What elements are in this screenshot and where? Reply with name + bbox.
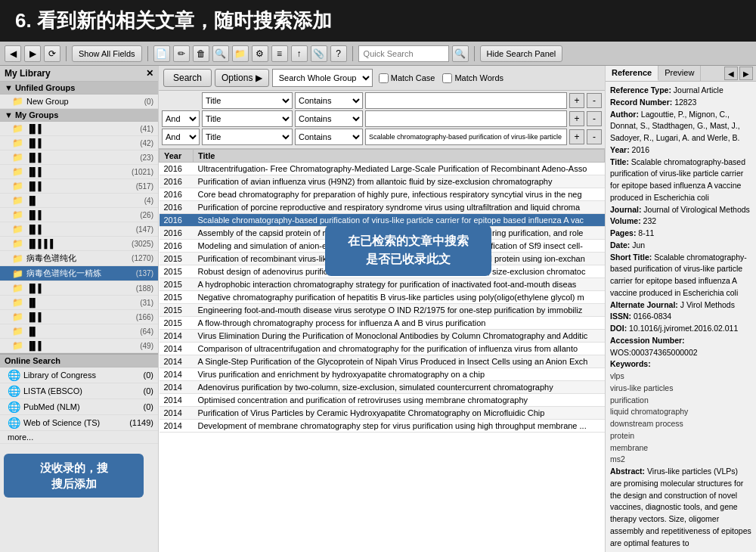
table-row[interactable]: 2016Core bead chromatography for prepara… bbox=[160, 188, 605, 201]
table-row[interactable]: 2014Development of membrane chromatograp… bbox=[160, 420, 605, 433]
keyword-item: ms2 bbox=[610, 454, 751, 466]
ref-content: Reference Type: Journal Article Record N… bbox=[606, 82, 756, 552]
back-icon[interactable]: ◀ bbox=[5, 45, 21, 62]
ref-keywords-list: vlpsvirus-like particlespurificationliqu… bbox=[610, 371, 751, 466]
sidebar-item-14[interactable]: 📁 ▐▌ (64) bbox=[0, 324, 158, 339]
search-go-icon[interactable]: 🔍 bbox=[452, 45, 469, 62]
row1-remove-btn[interactable]: - bbox=[587, 93, 602, 108]
sidebar-collapse-icon[interactable]: ✕ bbox=[146, 68, 153, 79]
folder-icon-12: 📁 bbox=[12, 297, 23, 308]
match-case-checkbox[interactable] bbox=[379, 73, 389, 83]
col-title[interactable]: Title bbox=[194, 150, 605, 163]
row3-condition-select[interactable]: Contains bbox=[295, 129, 363, 145]
sidebar-item-3[interactable]: 📁 ▐▌▌ (1021) bbox=[0, 165, 158, 179]
table-row[interactable]: 2014Comparison of ultracentrifugation an… bbox=[160, 343, 605, 355]
new-ref-icon[interactable]: 📄 bbox=[153, 45, 170, 62]
sidebar-item-12[interactable]: 📁 ▐▌ (31) bbox=[0, 296, 158, 310]
search-button[interactable]: Search bbox=[163, 69, 212, 87]
sidebar-item-11[interactable]: 📁 ▐▌▌ (188) bbox=[0, 281, 158, 296]
row1-condition-select[interactable]: Contains bbox=[295, 92, 363, 109]
edit-icon[interactable]: ✏ bbox=[173, 45, 190, 62]
sidebar-item-7[interactable]: 📁 ▐▌▌ (147) bbox=[0, 222, 158, 237]
new-group-item[interactable]: 📁 New Group (0) bbox=[0, 95, 158, 109]
row3-remove-btn[interactable]: - bbox=[587, 129, 602, 144]
tab-preview[interactable]: Preview bbox=[658, 66, 701, 81]
table-row[interactable]: 2016Purification of avian influenza viru… bbox=[160, 175, 605, 188]
table-row[interactable]: 2015Engineering foot-and-mouth disease v… bbox=[160, 304, 605, 317]
sidebar-item-2[interactable]: 📁 ▐▌▌ (23) bbox=[0, 150, 158, 165]
forward-icon[interactable]: ▶ bbox=[24, 45, 41, 62]
table-row[interactable]: 2015Negative chromatography purification… bbox=[160, 291, 605, 304]
folder-icon-1: 📁 bbox=[12, 138, 23, 148]
table-row[interactable]: 2015A flow-through chromatography proces… bbox=[160, 317, 605, 330]
keyword-item: protein bbox=[610, 430, 751, 442]
table-row[interactable]: 2014Optimised concentration and purifica… bbox=[160, 394, 605, 407]
folder-icon-3: 📁 bbox=[12, 166, 23, 177]
col-year[interactable]: Year bbox=[160, 150, 194, 163]
sidebar-item-13[interactable]: 📁 ▐▌▌ (166) bbox=[0, 310, 158, 324]
pdf-icon[interactable]: 📎 bbox=[311, 45, 327, 62]
hide-search-panel-btn[interactable]: Hide Search Panel bbox=[480, 45, 563, 62]
sidebar-item-8[interactable]: 📁 ▐▌▌▌▌ (3025) bbox=[0, 237, 158, 251]
online-lista[interactable]: 🌐 LISTA (EBSCO) (0) bbox=[0, 383, 158, 399]
search-scope-select[interactable]: Search Whole Group bbox=[272, 69, 373, 87]
nav-prev-btn[interactable]: ◀ bbox=[724, 67, 738, 80]
find-icon[interactable]: 🔍 bbox=[212, 45, 229, 62]
cell-title: A hydrophobic interaction chromatography… bbox=[194, 278, 605, 291]
format-icon[interactable]: ≡ bbox=[271, 45, 288, 62]
quick-search-input[interactable] bbox=[358, 45, 449, 62]
table-row[interactable]: 2014Purification of Virus Particles by C… bbox=[160, 407, 605, 420]
options-button[interactable]: Options ▶ bbox=[215, 69, 269, 87]
table-row[interactable]: 2014Adenovirus purification by two-colum… bbox=[160, 381, 605, 394]
row2-add-btn[interactable]: + bbox=[569, 111, 584, 126]
show-all-fields-btn[interactable]: Show All Fields bbox=[72, 45, 142, 62]
help-icon[interactable]: ? bbox=[330, 45, 347, 62]
sidebar-item-9[interactable]: 📁 病毒色谱纯化 (1270) bbox=[0, 251, 158, 266]
table-row[interactable]: 2015A hydrophobic interaction chromatogr… bbox=[160, 278, 605, 291]
online-wos[interactable]: 🌐 Web of Science (TS) (1149) bbox=[0, 415, 158, 431]
group-icon[interactable]: 📁 bbox=[232, 45, 249, 62]
refresh-icon[interactable]: ⟳ bbox=[44, 45, 60, 62]
row2-value-input[interactable] bbox=[365, 110, 567, 127]
online-pubmed[interactable]: 🌐 PubMed (NLM) (0) bbox=[0, 399, 158, 415]
sidebar-item-0[interactable]: 📁 ▐▌▌ (41) bbox=[0, 122, 158, 136]
row2-logic-select[interactable]: And bbox=[162, 110, 200, 127]
sidebar-item-15[interactable]: 📁 ▐▌▌ (49) bbox=[0, 339, 158, 353]
export-icon[interactable]: ↑ bbox=[291, 45, 308, 62]
row1-field-select[interactable]: Title bbox=[202, 92, 293, 109]
row3-field-select[interactable]: Title bbox=[202, 129, 293, 145]
row3-add-btn[interactable]: + bbox=[569, 129, 584, 144]
folder-icon-9: 📁 bbox=[12, 253, 23, 264]
my-library-label: My Library bbox=[5, 68, 51, 79]
online-more[interactable]: more... bbox=[0, 431, 158, 444]
row2-remove-btn[interactable]: - bbox=[587, 111, 602, 126]
online-icon-1: 🌐 bbox=[8, 385, 20, 397]
tab-reference[interactable]: Reference bbox=[606, 66, 658, 81]
table-row[interactable]: 2014Virus Elimination During the Purific… bbox=[160, 330, 605, 343]
sidebar-item-6[interactable]: 📁 ▐▌▌ (26) bbox=[0, 208, 158, 222]
match-words-checkbox[interactable] bbox=[442, 73, 452, 83]
row2-field-select[interactable]: Title bbox=[202, 110, 293, 127]
results-table-wrapper[interactable]: Year Title 2016Ultracentrifugation- Free… bbox=[159, 149, 605, 552]
folder-icon: 📁 bbox=[12, 96, 23, 107]
sidebar-item-5[interactable]: 📁 ▐▌ (4) bbox=[0, 194, 158, 208]
row2-condition-select[interactable]: Contains bbox=[295, 110, 363, 127]
online-library-of-congress[interactable]: 🌐 Library of Congress (0) bbox=[0, 367, 158, 383]
keyword-item: virus-like particles bbox=[610, 383, 751, 395]
sidebar-item-4[interactable]: 📁 ▐▌▌ (517) bbox=[0, 179, 158, 194]
settings-icon[interactable]: ⚙ bbox=[252, 45, 268, 62]
tooltip-no-record: 没收录的，搜 搜后添加 bbox=[4, 454, 144, 498]
table-row[interactable]: 2014A Single-Step Purification of the Gl… bbox=[160, 355, 605, 368]
table-row[interactable]: 2016Purification of porcine reproductive… bbox=[160, 201, 605, 214]
delete-icon[interactable]: 🗑 bbox=[193, 45, 209, 62]
sidebar-item-1[interactable]: 📁 ▐▌▌ (42) bbox=[0, 136, 158, 150]
row1-add-btn[interactable]: + bbox=[569, 93, 584, 108]
folder-icon-10: 📁 bbox=[12, 268, 23, 279]
row3-value-input[interactable] bbox=[365, 129, 567, 145]
row1-value-input[interactable] bbox=[365, 92, 567, 109]
nav-next-btn[interactable]: ▶ bbox=[739, 67, 753, 80]
table-row[interactable]: 2014Virus purification and enrichment by… bbox=[160, 368, 605, 381]
table-row[interactable]: 2016Ultracentrifugation- Free Chromatogr… bbox=[160, 163, 605, 175]
row3-logic-select[interactable]: And bbox=[162, 129, 200, 145]
sidebar-item-10-selected[interactable]: 📁 病毒色谱纯化一精炼 (137) bbox=[0, 266, 158, 281]
